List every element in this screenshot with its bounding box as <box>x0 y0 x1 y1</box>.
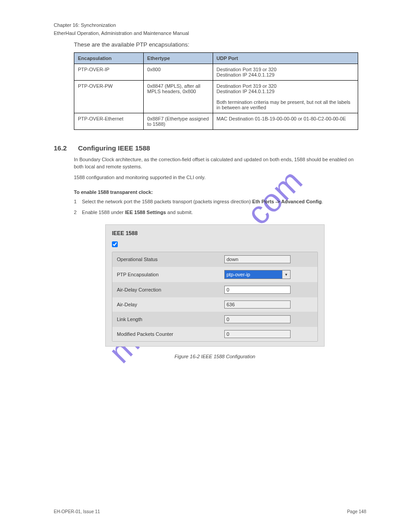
section-heading: 16.2 Configuring IEEE 1588 <box>54 144 366 152</box>
label-modified-packets-counter: Modified Packets Counter <box>117 331 224 337</box>
enable-1588-checkbox-row <box>112 241 318 249</box>
enable-1588-checkbox[interactable] <box>112 241 118 247</box>
step-suffix: . <box>321 199 323 204</box>
step-1: 1 Select the network port the 1588 packe… <box>74 198 366 206</box>
row-air-delay: Air-Delay <box>112 297 317 312</box>
ptp-encapsulation-select[interactable]: ptp-over-ip ▾ <box>224 270 291 279</box>
cell-udp: MAC Destination 01-1B-19-00-00-00 or 01-… <box>213 113 358 130</box>
cell-ethertype: 0x8847 (MPLS), after all MPLS headers, 0… <box>143 81 213 113</box>
operational-status-field <box>224 255 291 263</box>
label-air-delay: Air-Delay <box>117 302 224 307</box>
th-udp-port: UDP Port <box>213 53 358 64</box>
ieee-1588-panel: IEEE 1588 Operational Status PTP Encapsu… <box>105 224 325 347</box>
encapsulation-table: Encapsulation Ethertype UDP Port PTP-OVE… <box>74 52 358 130</box>
select-value: ptp-over-ip <box>225 270 282 279</box>
section-title: Configuring IEEE 1588 <box>78 144 150 152</box>
cell-encap: PTP-OVER-IP <box>74 64 144 81</box>
step-body: Enable 1588 under IEE 1588 Settings and … <box>82 209 193 216</box>
step-number: 2 <box>74 209 82 216</box>
table-row: PTP-OVER-Ethernet 0x88F7 (Ethertype assi… <box>74 113 358 130</box>
row-ptp-encapsulation: PTP Encapsulation ptp-over-ip ▾ <box>112 267 317 283</box>
nav-path: Eth Ports -> Advanced Config <box>252 199 321 204</box>
section-number: 16.2 <box>54 144 67 152</box>
page-content: Chapter 16: Synchronization EtherHaul Op… <box>0 0 411 377</box>
label-air-delay-correction: Air-Delay Correction <box>117 287 224 292</box>
step-suffix: and submit. <box>166 210 193 215</box>
footer-right: Page 148 <box>347 509 366 514</box>
table-header-row: Encapsulation Ethertype UDP Port <box>74 53 358 64</box>
cell-ethertype: 0x800 <box>143 64 213 81</box>
label-link-length: Link Length <box>117 317 224 322</box>
row-operational-status: Operational Status <box>112 252 317 267</box>
cell-encap: PTP-OVER-PW <box>74 81 144 113</box>
row-link-length: Link Length <box>112 312 317 327</box>
panel-title: IEEE 1588 <box>112 230 318 236</box>
air-delay-field <box>224 300 291 309</box>
nav-path: IEE 1588 Settings <box>125 210 166 215</box>
figure-caption: Figure 16-2 IEEE 1588 Configuration <box>105 354 325 359</box>
table-row: PTP-OVER-IP 0x800 Destination Port 319 o… <box>74 64 358 81</box>
air-delay-correction-input[interactable] <box>224 286 291 294</box>
label-operational-status: Operational Status <box>117 257 224 262</box>
chevron-down-icon[interactable]: ▾ <box>282 270 290 279</box>
row-air-delay-correction: Air-Delay Correction <box>112 283 317 297</box>
steps-title: To enable 1588 transparent clock: <box>74 189 366 195</box>
step-2: 2 Enable 1588 under IEE 1588 Settings an… <box>74 209 366 216</box>
row-modified-packets-counter: Modified Packets Counter <box>112 327 317 341</box>
body-paragraph-1: In Boundary Clock architecture, as the c… <box>74 156 360 171</box>
step-body: Select the network port the 1588 packets… <box>82 198 323 206</box>
step-number: 1 <box>74 198 82 206</box>
cell-udp: Destination Port 319 or 320 Destination … <box>213 81 358 113</box>
body-paragraph-2: 1588 configuration and monitoring suppor… <box>74 174 360 181</box>
cell-encap: PTP-OVER-Ethernet <box>74 113 144 130</box>
step-text: Enable 1588 under <box>82 210 125 215</box>
header-doc: EtherHaul Operation, Administration and … <box>54 30 366 36</box>
cell-ethertype: 0x88F7 (Ethertype assigned to 1588) <box>143 113 213 130</box>
link-length-field <box>224 315 291 323</box>
modified-packets-counter-field <box>224 330 291 338</box>
cell-udp: Destination Port 319 or 320 Destination … <box>213 64 358 81</box>
step-text: Select the network port the 1588 packets… <box>82 199 252 204</box>
settings-panel: Operational Status PTP Encapsulation ptp… <box>112 252 318 342</box>
footer-left: EH-OPER-01, Issue 11 <box>54 509 100 514</box>
th-encap: Encapsulation <box>74 53 144 64</box>
th-ethertype: Ethertype <box>143 53 213 64</box>
label-ptp-encapsulation: PTP Encapsulation <box>117 272 224 277</box>
page-footer: EH-OPER-01, Issue 11 Page 148 <box>54 509 366 514</box>
table-row: PTP-OVER-PW 0x8847 (MPLS), after all MPL… <box>74 81 358 113</box>
header-chapter: Chapter 16: Synchronization <box>54 22 366 28</box>
intro-text: These are the available PTP encapsulatio… <box>74 41 366 48</box>
